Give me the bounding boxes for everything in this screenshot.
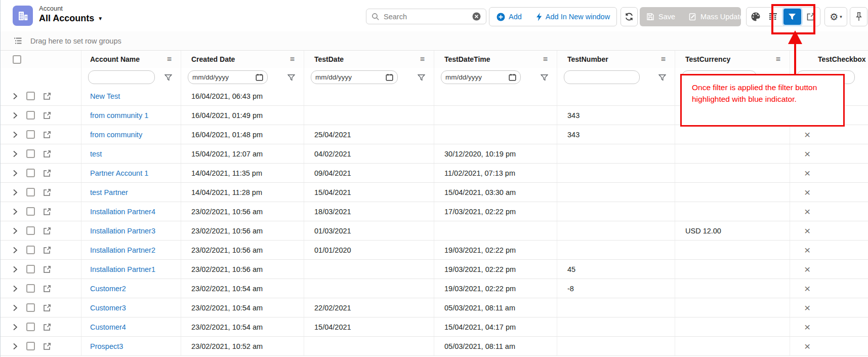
row-checkbox[interactable]	[26, 169, 35, 177]
account-name-link[interactable]: from community	[90, 131, 142, 139]
row-checkbox[interactable]	[26, 92, 35, 100]
column-menu-icon[interactable]: ≡	[420, 55, 425, 64]
cell-account-name: Installation Partner2	[81, 241, 181, 259]
columns-table-button[interactable]	[764, 8, 782, 26]
open-in-new-button[interactable]	[802, 8, 820, 26]
popout-icon[interactable]	[43, 246, 51, 254]
account-name-link[interactable]: from community 1	[90, 111, 148, 120]
column-menu-icon[interactable]: ≡	[776, 55, 780, 64]
chevron-right-icon[interactable]	[13, 247, 18, 254]
funnel-outline-icon[interactable]	[418, 74, 425, 81]
chevron-right-icon[interactable]	[13, 266, 18, 273]
account-name-link[interactable]: Installation Partner1	[90, 265, 155, 273]
account-name-link[interactable]: New Test	[90, 92, 120, 100]
add-button[interactable]: Add	[489, 8, 529, 26]
filter-input-test_number[interactable]	[564, 70, 640, 84]
chevron-right-icon[interactable]	[13, 189, 18, 196]
cell-value: 30/12/2020, 10:19 pm	[444, 150, 516, 158]
theme-palette-button[interactable]	[747, 8, 764, 26]
account-name-link[interactable]: Customer2	[90, 285, 126, 293]
chevron-right-icon[interactable]	[13, 208, 18, 215]
grid-tools-group	[746, 7, 820, 26]
row-checkbox[interactable]	[26, 323, 35, 331]
chevron-right-icon[interactable]	[13, 343, 18, 350]
account-name-link[interactable]: Installation Partner2	[90, 246, 155, 254]
account-name-link[interactable]: Installation Partner4	[90, 208, 155, 216]
popout-icon[interactable]	[43, 227, 51, 235]
chevron-right-icon[interactable]	[13, 304, 18, 311]
account-name-link[interactable]: Partner Account 1	[90, 169, 148, 177]
chevron-right-icon[interactable]	[13, 112, 18, 119]
filter-button-active[interactable]	[783, 9, 801, 25]
row-checkbox[interactable]	[26, 284, 35, 293]
row-checkbox[interactable]	[26, 111, 35, 120]
filter-input-test_date[interactable]: mm/dd/yyyy	[311, 70, 398, 84]
chevron-right-icon[interactable]	[13, 131, 18, 138]
column-menu-icon[interactable]: ≡	[290, 55, 295, 64]
popout-icon[interactable]	[43, 188, 51, 196]
row-controls	[1, 279, 81, 298]
row-checkbox[interactable]	[26, 149, 35, 158]
settings-button[interactable]: ⚙ ▾	[824, 7, 847, 26]
column-menu-icon[interactable]: ≡	[167, 55, 172, 64]
column-menu-icon[interactable]: ≡	[661, 55, 666, 64]
row-checkbox[interactable]	[26, 130, 35, 139]
calendar-icon[interactable]	[386, 73, 393, 81]
row-group-drop-zone[interactable]: Drag here to set row groups	[1, 31, 868, 51]
row-checkbox[interactable]	[26, 246, 35, 254]
row-checkbox[interactable]	[26, 342, 35, 350]
pin-button[interactable]	[850, 7, 867, 26]
calendar-icon[interactable]	[256, 73, 263, 81]
popout-icon[interactable]	[43, 323, 51, 331]
add-in-new-window-button[interactable]: Add In New window	[529, 8, 617, 26]
popout-icon[interactable]	[43, 208, 51, 216]
refresh-button[interactable]	[621, 7, 638, 26]
row-checkbox[interactable]	[26, 188, 35, 196]
chevron-right-icon[interactable]	[13, 93, 18, 100]
row-checkbox[interactable]	[26, 265, 35, 273]
account-name-link[interactable]: Customer3	[90, 304, 126, 312]
filter-input-created[interactable]: mm/dd/yyyy	[188, 70, 268, 84]
popout-icon[interactable]	[43, 92, 51, 100]
account-name-link[interactable]: Customer4	[90, 323, 126, 331]
popout-icon[interactable]	[43, 285, 51, 293]
filter-input-name[interactable]	[88, 70, 155, 84]
cell-value: 05/03/2021, 08:11 am	[444, 304, 515, 312]
funnel-outline-icon[interactable]	[164, 74, 172, 81]
popout-icon[interactable]	[43, 265, 51, 273]
popout-icon[interactable]	[43, 342, 51, 350]
chevron-right-icon[interactable]	[13, 285, 18, 292]
row-controls	[1, 87, 81, 105]
cell-test-checkbox: ×	[790, 279, 868, 298]
chevron-right-icon[interactable]	[13, 150, 18, 157]
popout-icon[interactable]	[43, 150, 51, 158]
funnel-outline-icon[interactable]	[541, 74, 548, 81]
list-view-selector[interactable]: All Accounts ▼	[39, 13, 103, 24]
clear-icon[interactable]	[472, 12, 481, 21]
select-all-checkbox[interactable]	[13, 55, 21, 64]
row-checkbox[interactable]	[26, 226, 35, 235]
popout-icon[interactable]	[43, 131, 51, 139]
row-controls	[1, 183, 81, 202]
mass-update-button[interactable]: Mass Update	[682, 13, 750, 21]
account-name-link[interactable]: test	[90, 150, 102, 158]
chevron-right-icon[interactable]	[13, 227, 18, 234]
funnel-outline-icon[interactable]	[658, 74, 666, 81]
column-menu-icon[interactable]: ≡	[543, 55, 548, 64]
account-name-link[interactable]: Prospect3	[90, 342, 123, 350]
account-name-link[interactable]: test Partner	[90, 188, 128, 196]
chevron-right-icon[interactable]	[13, 324, 18, 331]
chevron-right-icon[interactable]	[13, 170, 18, 177]
filter-input-test_datetime[interactable]: mm/dd/yyyy	[441, 70, 521, 84]
account-name-link[interactable]: Installation Partner3	[90, 227, 155, 235]
cell-test_datetime	[434, 221, 557, 240]
calendar-icon[interactable]	[509, 73, 516, 81]
row-checkbox[interactable]	[26, 207, 35, 216]
search-input[interactable]: Search	[366, 9, 486, 24]
popout-icon[interactable]	[43, 304, 51, 312]
funnel-outline-icon[interactable]	[287, 74, 295, 81]
popout-icon[interactable]	[43, 111, 51, 120]
save-button[interactable]: Save	[640, 13, 682, 21]
popout-icon[interactable]	[43, 169, 51, 177]
row-checkbox[interactable]	[26, 303, 35, 312]
